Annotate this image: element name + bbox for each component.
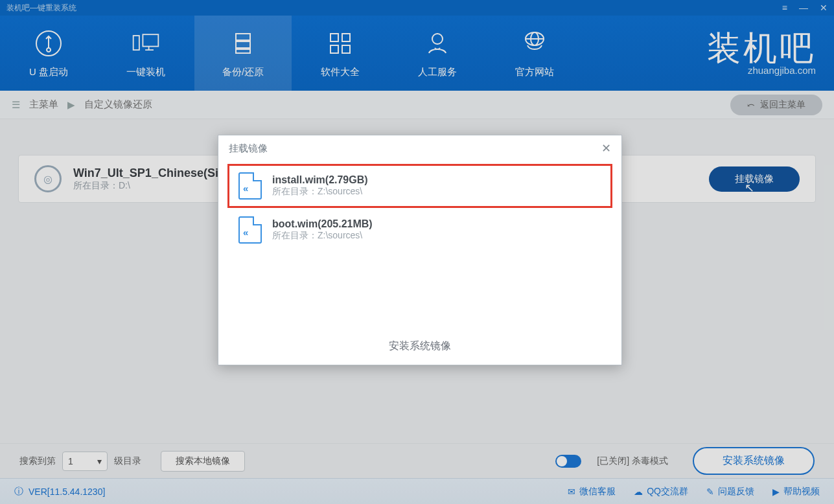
modal-body: « install.wim(2.79GB) 所在目录：Z:\sources\ «… [218, 161, 621, 330]
modal-close-button[interactable]: ✕ [601, 141, 611, 155]
file-path: 所在目录：Z:\sources\ [272, 230, 373, 242]
modal-title: 挂载镜像 [229, 143, 268, 155]
file-name: install.wim(2.79GB) [272, 174, 368, 186]
file-item-install-wim[interactable]: « install.wim(2.79GB) 所在目录：Z:\sources\ [227, 164, 612, 208]
file-name: boot.wim(205.21MB) [272, 218, 373, 230]
wim-file-icon: « [238, 172, 262, 200]
modal-header: 挂载镜像 ✕ [218, 135, 621, 161]
modal-footer-label: 安装系统镜像 [389, 340, 451, 351]
wim-file-icon: « [238, 216, 262, 244]
file-info: boot.wim(205.21MB) 所在目录：Z:\sources\ [272, 218, 373, 242]
mount-image-modal: 挂载镜像 ✕ « install.wim(2.79GB) 所在目录：Z:\sou… [218, 135, 622, 365]
file-item-boot-wim[interactable]: « boot.wim(205.21MB) 所在目录：Z:\sources\ [227, 208, 612, 252]
file-info: install.wim(2.79GB) 所在目录：Z:\sources\ [272, 174, 368, 198]
modal-footer[interactable]: 安装系统镜像 [218, 330, 621, 365]
file-path: 所在目录：Z:\sources\ [272, 186, 368, 198]
